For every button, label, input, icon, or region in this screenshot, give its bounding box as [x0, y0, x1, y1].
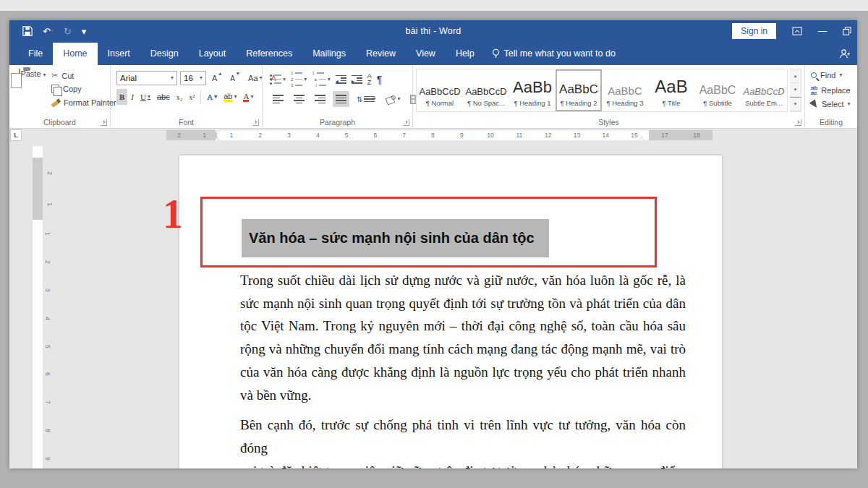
paste-button[interactable]: Paste ▾ — [17, 69, 48, 78]
first-line-indent-marker[interactable] — [214, 129, 220, 134]
style-heading2-preview: AaBbC — [559, 82, 598, 97]
align-center-icon — [294, 95, 305, 103]
grow-caret-icon: ▴ — [218, 71, 221, 77]
strikethrough-button[interactable]: abc — [154, 89, 173, 105]
tab-review[interactable]: Review — [356, 43, 406, 65]
sort-button[interactable]: AZ — [367, 73, 372, 86]
line-spacing-caret-icon: ▾ — [373, 96, 375, 102]
sign-in-button[interactable]: Sign in — [732, 23, 776, 39]
share-person-icon[interactable] — [839, 48, 850, 62]
align-center-button[interactable] — [291, 91, 307, 107]
find-button[interactable]: Find ▾ — [811, 71, 842, 80]
tab-design[interactable]: Design — [140, 43, 189, 65]
highlight-button[interactable]: ab▾ — [221, 89, 239, 105]
align-left-button[interactable] — [270, 91, 286, 107]
shrink-font-button[interactable]: A▾ — [227, 70, 242, 86]
gallery-scroll-up-button[interactable]: ▴ — [790, 69, 801, 83]
style-subtitle[interactable]: AaBbC¶ Subtitle — [694, 69, 741, 111]
text-effects-button[interactable]: A▾ — [204, 89, 220, 105]
show-paragraph-marks-button[interactable]: ¶ — [377, 74, 383, 85]
find-caret-icon: ▾ — [839, 72, 842, 78]
cut-button[interactable]: ✂ Cut — [51, 71, 74, 80]
subscript-button[interactable]: x₂ — [174, 89, 186, 105]
style-heading1-preview: AaBb — [513, 78, 552, 97]
style-subtle-emphasis[interactable]: AaBbCcDSubtle Em... — [741, 69, 787, 111]
align-right-icon — [315, 95, 326, 103]
group-editing: Find ▾ abac Replace Select ▾ Editing — [805, 65, 857, 129]
copy-button[interactable]: Copy — [51, 85, 82, 93]
ribbon-tab-row: File Home Insert Design Layout Reference… — [9, 42, 857, 65]
font-dialog-launcher[interactable] — [252, 119, 259, 126]
subscript-label: x₂ — [176, 93, 183, 101]
select-icon — [809, 99, 820, 110]
align-right-button[interactable] — [312, 91, 328, 107]
tab-view[interactable]: View — [406, 43, 446, 65]
multilevel-caret-icon: ▾ — [328, 77, 331, 82]
tab-help[interactable]: Help — [446, 43, 485, 65]
restore-button[interactable] — [843, 27, 851, 35]
underline-button[interactable]: U▾ — [137, 89, 153, 105]
paragraph1-line: Trong suốt chiều dài lịch sử dựng nước v… — [240, 269, 686, 292]
tab-mailings[interactable]: Mailings — [302, 43, 356, 65]
style-heading2[interactable]: AaBbC¶ Heading 2 — [556, 69, 602, 111]
shading-button[interactable]: ▾ — [383, 91, 403, 107]
format-painter-button[interactable]: Format Painter — [51, 98, 116, 107]
font-color-caret-icon: ▾ — [250, 94, 253, 100]
tab-selector-button[interactable]: L — [10, 129, 22, 141]
vertical-ruler[interactable]: 21 123456789 — [33, 146, 43, 468]
style-heading3[interactable]: AaBbC¶ Heading 3 — [602, 69, 648, 111]
tell-me-label: Tell me what you want to do — [504, 48, 616, 59]
annotation-highlight-box — [200, 197, 657, 267]
numbering-button[interactable]: ▾ — [291, 71, 307, 87]
decrease-indent-button[interactable]: ◂ — [336, 75, 346, 84]
italic-button[interactable]: I — [128, 89, 137, 105]
document-body[interactable]: Trong suốt chiều dài lịch sử dựng nước v… — [240, 269, 686, 468]
bullets-button[interactable]: ▾ — [270, 74, 286, 85]
line-spacing-button[interactable]: ⇅▾ — [354, 91, 378, 107]
bold-button[interactable]: B — [116, 89, 127, 105]
gallery-more-button[interactable]: ▾ — [790, 97, 801, 111]
tab-layout[interactable]: Layout — [189, 43, 237, 65]
superscript-label: x² — [189, 93, 195, 101]
replace-icon-bottom: ac — [811, 90, 817, 95]
multilevel-icon — [312, 71, 326, 87]
align-left-icon — [273, 95, 284, 103]
font-size-combo[interactable]: 16 ▾ — [180, 71, 206, 85]
ribbon-display-options-button[interactable] — [792, 27, 802, 35]
tab-home[interactable]: Home — [53, 43, 97, 65]
tab-insert[interactable]: Insert — [98, 43, 140, 65]
font-family-combo[interactable]: Arial ▾ — [116, 71, 177, 85]
paragraph-dialog-launcher[interactable] — [403, 119, 409, 126]
grow-font-button[interactable]: A▴ — [209, 70, 224, 86]
style-heading1[interactable]: AaBb¶ Heading 1 — [509, 69, 556, 111]
styles-dialog-launcher[interactable] — [795, 119, 801, 126]
highlight-caret-icon: ▾ — [234, 94, 237, 100]
hanging-indent-marker[interactable] — [214, 137, 220, 141]
numbering-icon — [291, 71, 302, 87]
justify-button[interactable] — [333, 91, 349, 107]
minimize-button[interactable]: — — [818, 26, 827, 36]
style-no-spacing[interactable]: AaBbCcD¶ No Spac... — [463, 69, 509, 111]
paragraph1-line: tộc Việt Nam. Trong kỷ nguyên mới – thời… — [240, 314, 686, 338]
font-color-button[interactable]: A▾ — [240, 89, 256, 105]
clipboard-dialog-launcher[interactable] — [101, 119, 107, 126]
superscript-button[interactable]: x² — [186, 89, 197, 105]
style-heading1-label: ¶ Heading 1 — [514, 99, 550, 107]
word-window: ↶▾ ↻ ▾ bài thi - Word Sign in — File Hom… — [9, 20, 857, 468]
tell-me-box[interactable]: Tell me what you want to do — [485, 43, 623, 65]
gallery-scroll-down-button[interactable]: ▾ — [790, 83, 801, 97]
select-button[interactable]: Select ▾ — [811, 100, 851, 108]
increase-indent-button[interactable]: ▸ — [352, 75, 362, 84]
ribbon-home: Paste ▾ ✂ Cut Copy Format Painter Clipbo… — [9, 65, 857, 129]
multilevel-list-button[interactable]: ▾ — [312, 71, 330, 87]
replace-button[interactable]: abac Replace — [811, 85, 851, 95]
v-ruler-top: 21 — [33, 158, 43, 220]
style-normal[interactable]: AaBbCcD¶ Normal — [417, 69, 463, 111]
tab-references[interactable]: References — [236, 43, 302, 65]
style-normal-label: ¶ Normal — [426, 99, 454, 107]
right-indent-marker[interactable] — [639, 137, 644, 141]
font-size-caret-icon: ▾ — [200, 75, 203, 81]
horizontal-ruler[interactable]: 21 123456789101112131415 1718 — [166, 130, 712, 140]
tab-file[interactable]: File — [18, 43, 53, 65]
style-title[interactable]: AaB¶ Title — [648, 69, 694, 111]
